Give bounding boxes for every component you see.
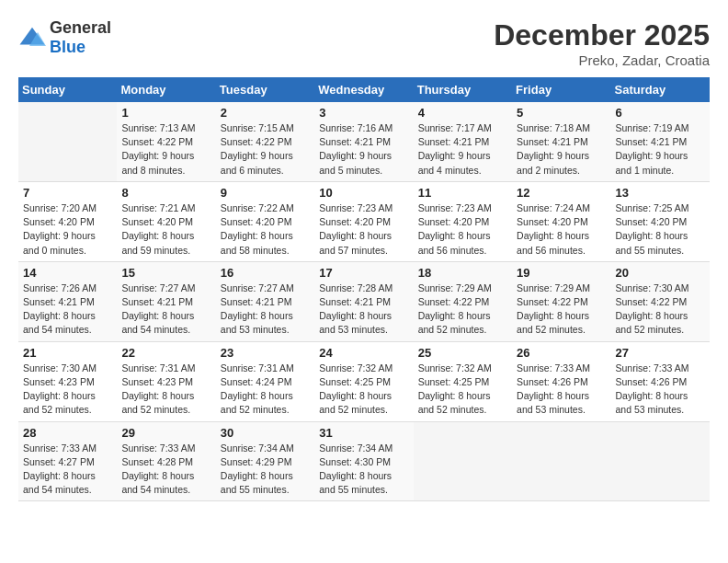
calendar-cell: 27Sunrise: 7:33 AMSunset: 4:26 PMDayligh…: [611, 341, 710, 421]
calendar-cell: 31Sunrise: 7:34 AMSunset: 4:30 PMDayligh…: [314, 421, 413, 501]
calendar-cell: 18Sunrise: 7:29 AMSunset: 4:22 PMDayligh…: [414, 261, 512, 341]
week-row-3: 14Sunrise: 7:26 AMSunset: 4:21 PMDayligh…: [18, 261, 710, 341]
page-header: General Blue December 2025 Preko, Zadar,…: [18, 18, 710, 68]
day-info: Sunrise: 7:28 AMSunset: 4:21 PMDaylight:…: [319, 282, 408, 338]
day-number: 26: [517, 346, 606, 360]
day-number: 31: [319, 426, 408, 440]
day-number: 15: [121, 266, 210, 280]
col-header-saturday: Saturday: [611, 77, 710, 102]
day-number: 9: [221, 186, 310, 200]
day-info: Sunrise: 7:32 AMSunset: 4:25 PMDaylight:…: [319, 362, 408, 418]
day-number: 16: [221, 266, 310, 280]
day-info: Sunrise: 7:30 AMSunset: 4:23 PMDaylight:…: [23, 362, 112, 418]
calendar-cell: 30Sunrise: 7:34 AMSunset: 4:29 PMDayligh…: [216, 421, 314, 501]
day-number: 19: [517, 266, 606, 280]
col-header-wednesday: Wednesday: [314, 77, 413, 102]
day-number: 3: [319, 106, 408, 120]
calendar-cell: 22Sunrise: 7:31 AMSunset: 4:23 PMDayligh…: [117, 341, 215, 421]
col-header-friday: Friday: [512, 77, 610, 102]
day-number: 21: [23, 346, 112, 360]
calendar-cell: 28Sunrise: 7:33 AMSunset: 4:27 PMDayligh…: [18, 421, 117, 501]
day-info: Sunrise: 7:27 AMSunset: 4:21 PMDaylight:…: [121, 282, 210, 338]
day-number: 20: [616, 266, 705, 280]
day-number: 24: [319, 346, 408, 360]
calendar-cell: 14Sunrise: 7:26 AMSunset: 4:21 PMDayligh…: [18, 261, 117, 341]
day-number: 25: [418, 346, 507, 360]
calendar-table: SundayMondayTuesdayWednesdayThursdayFrid…: [18, 77, 710, 501]
logo-text: General Blue: [50, 18, 111, 57]
logo: General Blue: [18, 18, 111, 57]
logo-icon: [18, 24, 46, 52]
day-number: 18: [418, 266, 507, 280]
calendar-cell: 29Sunrise: 7:33 AMSunset: 4:28 PMDayligh…: [117, 421, 215, 501]
calendar-header-row: SundayMondayTuesdayWednesdayThursdayFrid…: [18, 77, 710, 102]
week-row-4: 21Sunrise: 7:30 AMSunset: 4:23 PMDayligh…: [18, 341, 710, 421]
calendar-cell: 9Sunrise: 7:22 AMSunset: 4:20 PMDaylight…: [216, 181, 314, 261]
calendar-cell: 21Sunrise: 7:30 AMSunset: 4:23 PMDayligh…: [18, 341, 117, 421]
week-row-1: 1Sunrise: 7:13 AMSunset: 4:22 PMDaylight…: [18, 102, 710, 181]
calendar-cell: 16Sunrise: 7:27 AMSunset: 4:21 PMDayligh…: [216, 261, 314, 341]
day-number: 27: [616, 346, 705, 360]
day-number: 30: [221, 426, 310, 440]
day-number: 5: [517, 106, 606, 120]
calendar-cell: 15Sunrise: 7:27 AMSunset: 4:21 PMDayligh…: [117, 261, 215, 341]
day-info: Sunrise: 7:31 AMSunset: 4:23 PMDaylight:…: [121, 362, 210, 418]
day-number: 11: [418, 186, 507, 200]
location: Preko, Zadar, Croatia: [494, 52, 710, 68]
month-title: December 2025: [494, 18, 710, 52]
calendar-cell: 25Sunrise: 7:32 AMSunset: 4:25 PMDayligh…: [414, 341, 512, 421]
calendar-cell: 7Sunrise: 7:20 AMSunset: 4:20 PMDaylight…: [18, 181, 117, 261]
calendar-cell: 6Sunrise: 7:19 AMSunset: 4:21 PMDaylight…: [611, 102, 710, 181]
calendar-cell: 19Sunrise: 7:29 AMSunset: 4:22 PMDayligh…: [512, 261, 610, 341]
calendar-cell: 5Sunrise: 7:18 AMSunset: 4:21 PMDaylight…: [512, 102, 610, 181]
day-info: Sunrise: 7:33 AMSunset: 4:26 PMDaylight:…: [517, 362, 606, 418]
day-number: 10: [319, 186, 408, 200]
day-number: 7: [23, 186, 112, 200]
day-info: Sunrise: 7:33 AMSunset: 4:26 PMDaylight:…: [616, 362, 705, 418]
calendar-cell: 20Sunrise: 7:30 AMSunset: 4:22 PMDayligh…: [611, 261, 710, 341]
col-header-thursday: Thursday: [414, 77, 512, 102]
calendar-cell: [18, 102, 117, 181]
title-section: December 2025 Preko, Zadar, Croatia: [494, 18, 710, 68]
calendar-cell: 24Sunrise: 7:32 AMSunset: 4:25 PMDayligh…: [314, 341, 413, 421]
calendar-cell: [611, 421, 710, 501]
day-info: Sunrise: 7:20 AMSunset: 4:20 PMDaylight:…: [23, 201, 112, 258]
calendar-cell: 2Sunrise: 7:15 AMSunset: 4:22 PMDaylight…: [216, 102, 314, 181]
day-info: Sunrise: 7:21 AMSunset: 4:20 PMDaylight:…: [121, 201, 210, 258]
day-info: Sunrise: 7:13 AMSunset: 4:22 PMDaylight:…: [121, 121, 210, 178]
day-info: Sunrise: 7:23 AMSunset: 4:20 PMDaylight:…: [319, 201, 408, 258]
day-info: Sunrise: 7:34 AMSunset: 4:29 PMDaylight:…: [221, 442, 310, 498]
day-info: Sunrise: 7:27 AMSunset: 4:21 PMDaylight:…: [221, 282, 310, 338]
calendar-cell: 12Sunrise: 7:24 AMSunset: 4:20 PMDayligh…: [512, 181, 610, 261]
day-info: Sunrise: 7:33 AMSunset: 4:28 PMDaylight:…: [121, 442, 210, 498]
day-info: Sunrise: 7:16 AMSunset: 4:21 PMDaylight:…: [319, 121, 408, 178]
calendar-cell: [512, 421, 610, 501]
day-info: Sunrise: 7:23 AMSunset: 4:20 PMDaylight:…: [418, 201, 507, 258]
day-info: Sunrise: 7:19 AMSunset: 4:21 PMDaylight:…: [616, 121, 705, 178]
day-info: Sunrise: 7:33 AMSunset: 4:27 PMDaylight:…: [23, 442, 112, 498]
day-number: 2: [221, 106, 310, 120]
day-number: 22: [121, 346, 210, 360]
col-header-tuesday: Tuesday: [216, 77, 314, 102]
day-info: Sunrise: 7:34 AMSunset: 4:30 PMDaylight:…: [319, 442, 408, 498]
calendar-cell: [414, 421, 512, 501]
calendar-cell: 11Sunrise: 7:23 AMSunset: 4:20 PMDayligh…: [414, 181, 512, 261]
calendar-cell: 13Sunrise: 7:25 AMSunset: 4:20 PMDayligh…: [611, 181, 710, 261]
calendar-cell: 10Sunrise: 7:23 AMSunset: 4:20 PMDayligh…: [314, 181, 413, 261]
calendar-cell: 3Sunrise: 7:16 AMSunset: 4:21 PMDaylight…: [314, 102, 413, 181]
week-row-5: 28Sunrise: 7:33 AMSunset: 4:27 PMDayligh…: [18, 421, 710, 501]
day-info: Sunrise: 7:18 AMSunset: 4:21 PMDaylight:…: [517, 121, 606, 178]
day-info: Sunrise: 7:22 AMSunset: 4:20 PMDaylight:…: [221, 201, 310, 258]
day-info: Sunrise: 7:30 AMSunset: 4:22 PMDaylight:…: [616, 282, 705, 338]
day-number: 12: [517, 186, 606, 200]
logo-general: General: [50, 18, 111, 37]
col-header-sunday: Sunday: [18, 77, 117, 102]
day-info: Sunrise: 7:32 AMSunset: 4:25 PMDaylight:…: [418, 362, 507, 418]
day-number: 8: [121, 186, 210, 200]
logo-blue: Blue: [50, 38, 85, 56]
day-number: 14: [23, 266, 112, 280]
day-info: Sunrise: 7:17 AMSunset: 4:21 PMDaylight:…: [418, 121, 507, 178]
day-info: Sunrise: 7:29 AMSunset: 4:22 PMDaylight:…: [418, 282, 507, 338]
calendar-cell: 23Sunrise: 7:31 AMSunset: 4:24 PMDayligh…: [216, 341, 314, 421]
calendar-cell: 17Sunrise: 7:28 AMSunset: 4:21 PMDayligh…: [314, 261, 413, 341]
